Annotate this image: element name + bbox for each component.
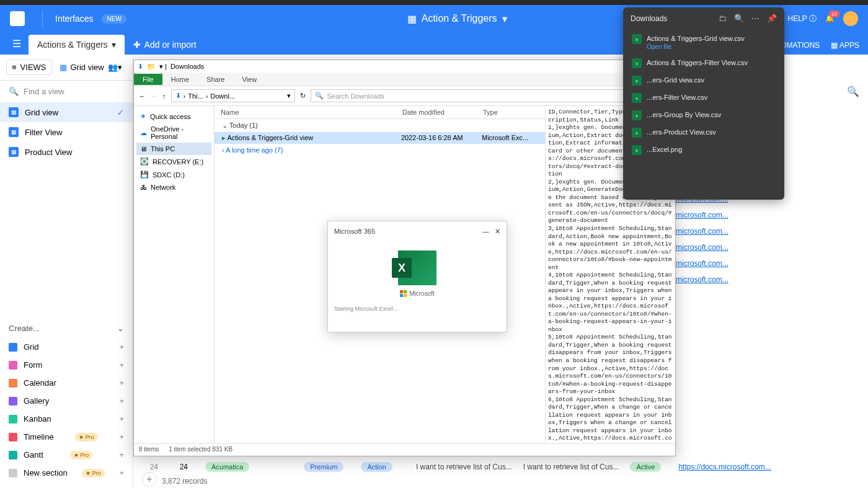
explorer-search-input[interactable]: 🔍 Search Downloads [311,89,671,102]
group-today[interactable]: ⌄ Today (1) [215,119,545,132]
left-sidebar: ≡ VIEWS ▦ Grid view 👥▾ 🔍 Find a view ▦ G… [0,55,133,488]
plus-icon: + [119,378,124,388]
explorer-status-bar: 8 items 1 item selected 831 KB [134,443,675,456]
pro-badge: ★ Pro [82,469,105,477]
views-toolbar: ≡ VIEWS ▦ Grid view 👥▾ [0,55,133,81]
ribbon-home[interactable]: Home [162,73,198,86]
folder-icon[interactable]: 🗀 [719,14,727,23]
create-calendar[interactable]: Calendar+ [9,374,124,392]
sidebar-recovery[interactable]: 💽RECOVERY (E:) [136,155,211,168]
column-type[interactable]: Type [483,109,539,116]
record-link[interactable]: microsoft.com... [676,239,728,255]
record-link[interactable]: microsoft.com... [676,272,728,288]
pro-badge: ★ Pro [75,433,98,441]
close-icon[interactable]: ✕ [495,228,500,235]
search-icon: 🔍 [315,92,324,100]
up-icon[interactable]: ↑ [162,92,166,100]
download-item[interactable]: x...Excel.png [631,141,777,159]
airtable-logo-icon[interactable] [10,11,25,26]
grid-view-selector[interactable]: Grid view [71,63,104,72]
create-form[interactable]: Form+ [9,356,124,374]
record-link[interactable]: microsoft.com... [676,255,728,272]
apps-link[interactable]: ▦ APPS [831,41,859,50]
visible-table-row[interactable]: 24 24 Acumatica Premium Action I want to… [143,462,856,472]
down-arrow-icon[interactable]: ⬇ [138,63,143,71]
view-type-icon [9,433,17,441]
refresh-icon[interactable]: ↻ [300,92,306,100]
grid-icon: ▦ [9,107,19,117]
minimize-icon[interactable]: — [482,228,489,235]
pro-badge: ★ Pro [70,451,93,459]
create-gantt[interactable]: Gantt★ Pro+ [9,446,124,464]
record-link[interactable]: microsoft.com... [676,207,728,223]
people-icon[interactable]: 👥▾ [108,63,122,72]
help-icon: ⓘ [809,14,817,23]
column-date[interactable]: Date modified [402,109,483,116]
explorer-sidebar: ★Quick access ☁OneDrive - Personal 🖥This… [134,106,215,443]
ribbon-view[interactable]: View [233,73,265,86]
divider [42,10,43,27]
explorer-nav: ← → ↑ ⬇ ›Thi... ›Downl... ▾ ↻ 🔍 Search D… [134,86,675,106]
interfaces-link[interactable]: Interfaces [55,14,93,24]
search-icon[interactable]: 🔍 [847,86,859,97]
forward-icon[interactable]: → [151,92,157,100]
download-item[interactable]: xActions & Triggers-Grid view.csvOpen fi… [631,30,777,55]
chevron-down-icon: ▾ [112,40,116,50]
group-long-ago[interactable]: › A long time ago (7) [215,144,545,156]
sidebar-sdxc[interactable]: 💾SDXC (D:) [136,168,211,181]
column-name[interactable]: Name [221,109,402,116]
create-grid[interactable]: Grid+ [9,338,124,356]
download-item[interactable]: xActions & Triggers-Filter View.csv [631,55,777,72]
sidebar-this-pc[interactable]: 🖥This PC [136,143,211,155]
ribbon-share[interactable]: Share [198,73,233,86]
view-type-icon [9,451,17,459]
create-section-header[interactable]: Create... ⌄ [9,319,124,338]
plus-icon: ✚ [133,40,141,50]
check-icon: ✓ [117,108,124,117]
breadcrumb[interactable]: ⬇ ›Thi... ›Downl... ▾ [171,89,295,102]
download-item[interactable]: x...ers-Product View.csv [631,124,777,141]
download-item[interactable]: x...ers-Group By View.csv [631,107,777,124]
microsoft-logo-icon [400,290,407,297]
add-import-button[interactable]: ✚ Add or import [125,35,205,55]
record-link[interactable]: microsoft.com... [676,223,728,239]
plus-icon: + [119,450,124,459]
open-file-link[interactable]: Open file [647,43,745,51]
find-view-input[interactable]: 🔍 Find a view [0,81,133,102]
file-row-selected[interactable]: ▸ Actions & Triggers-Grid view 2022-03-1… [215,132,545,144]
browser-downloads-panel[interactable]: Downloads 🗀 🔍 ⋯ 📌 xActions & Triggers-Gr… [623,7,784,200]
view-type-icon [9,379,17,388]
active-table-tab[interactable]: Actions & Triggers ▾ [29,35,125,55]
plus-icon: + [119,468,124,477]
sidebar-quick-access[interactable]: ★Quick access [136,110,211,123]
download-item[interactable]: x...ers-Grid view.csv [631,72,777,89]
grid-icon: ▦ [9,127,19,137]
sidebar-onedrive[interactable]: ☁OneDrive - Personal [136,123,211,143]
add-record-button[interactable]: + [142,472,157,487]
sidebar-item-product-view[interactable]: ▦ Product View [0,142,133,162]
search-icon[interactable]: 🔍 [734,14,744,23]
record-count: 3,872 records [162,477,207,486]
pin-icon[interactable]: 📌 [767,14,777,23]
list-icon: ≡ [12,63,17,72]
create-timeline[interactable]: Timeline★ Pro+ [9,428,124,446]
back-icon[interactable]: ← [139,92,146,100]
file-icon: x [632,58,642,68]
ribbon-file[interactable]: File [134,74,162,85]
sidebar-item-filter-view[interactable]: ▦ Filter View [0,122,133,142]
views-button[interactable]: ≡ VIEWS [6,60,52,75]
menu-icon[interactable]: ☰ [5,33,29,55]
sidebar-item-grid-view[interactable]: ▦ Grid view ✓ [0,102,133,122]
create-gallery[interactable]: Gallery+ [9,392,124,410]
more-icon[interactable]: ⋯ [751,14,760,23]
download-item[interactable]: x...ers-Filter View.csv [631,89,777,107]
help-link[interactable]: HELP ⓘ [788,14,817,24]
create-kanban[interactable]: Kanban+ [9,410,124,428]
create-new-section[interactable]: New section★ Pro+ [9,464,124,482]
notifications-icon[interactable]: 🔔 [825,14,835,23]
explorer-title-bar[interactable]: ⬇ 📁 ▾ | Downloads — ▢ ✕ [134,60,675,73]
avatar[interactable] [843,11,858,26]
sidebar-network[interactable]: 🖧Network [136,181,211,193]
plus-icon: + [119,396,124,406]
search-icon: 🔍 [9,87,19,96]
